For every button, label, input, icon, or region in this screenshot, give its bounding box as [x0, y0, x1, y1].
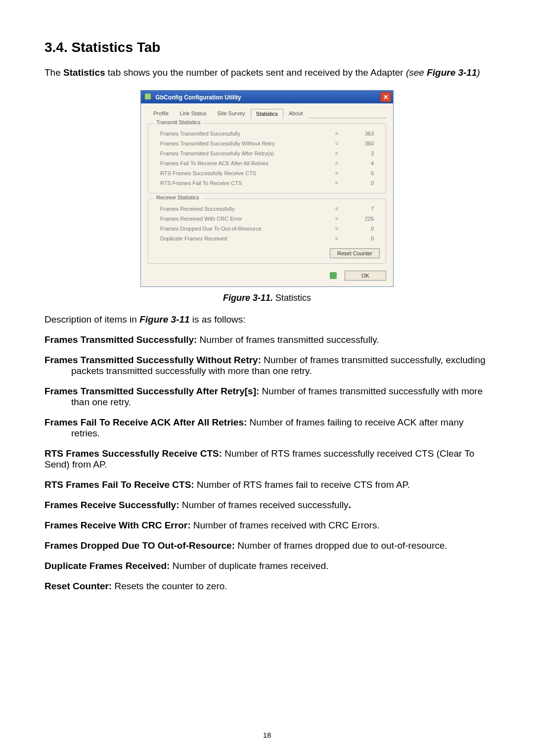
stat-row: Frames Transmitted Successfully Without … — [154, 139, 380, 148]
definition-item: Frames Receive With CRC Error: Number of… — [44, 520, 490, 531]
close-icon: ✕ — [383, 94, 389, 100]
tab-profile[interactable]: Profile — [148, 108, 174, 118]
ok-button[interactable]: OK — [345, 271, 386, 281]
stat-label: Frames Received Successfully — [155, 206, 329, 212]
stat-value: 0 — [344, 170, 379, 176]
stat-value: 226 — [344, 216, 379, 222]
titlebar-left: GbConfig Configuration Utility — [145, 94, 241, 101]
tab-about[interactable]: About — [283, 108, 309, 118]
intro-paragraph: The Statistics tab shows you the number … — [44, 67, 490, 78]
window-title: GbConfig Configuration Utility — [155, 94, 241, 101]
stat-value: 363 — [344, 131, 379, 137]
stat-eq: = — [329, 160, 344, 166]
stat-label: Frames Dropped Due To Out-of-Resource — [155, 226, 329, 232]
definition-term: Frames Receive With CRC Error: — [44, 520, 190, 530]
stat-row: Duplicate Frames Received = 0 — [154, 234, 380, 243]
stat-label: Frames Fail To Receive ACK After All Ret… — [155, 160, 329, 166]
definition-term: Frames Fail To Receive ACK After All Ret… — [44, 417, 247, 427]
stat-eq: = — [329, 216, 344, 222]
section-heading: 3.4. Statistics Tab — [44, 40, 490, 55]
stat-eq: = — [329, 170, 344, 176]
definition-body: Number of frames transmitted successfull… — [197, 334, 379, 345]
definition-body: Number of RTS frames fail to receive CTS… — [194, 479, 410, 490]
intro-mid: tab shows you the number of packets sent… — [105, 67, 406, 78]
intro-tail-close: ) — [477, 67, 480, 78]
definition-body: Number of frames received with CRC Error… — [190, 520, 379, 530]
stat-row: Frames Received Successfully = 7 — [154, 204, 380, 214]
stat-eq: = — [329, 206, 344, 212]
reset-counter-button[interactable]: Reset Counter — [330, 248, 380, 258]
stat-label: RTS Frames Fail To Receive CTS — [155, 180, 329, 186]
stat-row: Frames Transmitted Successfully After Re… — [154, 148, 380, 158]
definition-body: Number of duplicate frames received. — [170, 561, 328, 571]
titlebar: GbConfig Configuration Utility ✕ — [141, 91, 393, 103]
button-row: Reset Counter — [154, 248, 380, 258]
intro-tail-fig: Figure 3-11 — [427, 67, 477, 78]
app-icon — [145, 94, 151, 99]
stat-row: RTS Frames Successfully Receive CTS = 0 — [154, 168, 380, 178]
intro-pre: The — [44, 67, 63, 78]
stat-label: Duplicate Frames Received — [155, 236, 329, 241]
figure-number: Figure 3-11. — [223, 293, 273, 303]
definition-item: Duplicate Frames Received: Number of dup… — [44, 561, 490, 571]
stat-label: Frames Received With CRC Error — [155, 216, 329, 222]
tab-site-survey[interactable]: Site Survey — [212, 108, 251, 118]
definition-term: RTS Frames Successfully Receive CTS: — [44, 448, 222, 459]
stat-row: Frames Received With CRC Error = 226 — [154, 214, 380, 224]
config-dialog: GbConfig Configuration Utility ✕ Profile… — [140, 90, 394, 287]
connection-icon — [330, 272, 337, 279]
receive-group: Receive Statistics Frames Received Succe… — [148, 198, 386, 264]
stat-eq: = — [329, 131, 344, 137]
definition-body: Resets the counter to zero. — [112, 581, 227, 591]
definitions-list: Frames Transmitted Successfully: Number … — [44, 334, 490, 592]
definition-term: Duplicate Frames Received: — [44, 561, 170, 571]
tab-link-status[interactable]: Link Status — [174, 108, 212, 118]
desc-fig: Figure 3-11 — [139, 314, 189, 325]
definition-item: Reset Counter: Resets the counter to zer… — [44, 581, 490, 592]
stat-eq: = — [329, 180, 344, 186]
stat-eq: = — [329, 150, 344, 156]
stat-eq: = — [329, 141, 344, 146]
definition-term: Frames Receive Successfully: — [44, 500, 179, 510]
stat-row: Frames Transmitted Successfully = 363 — [154, 129, 380, 139]
definition-item: Frames Transmitted Successfully Without … — [44, 355, 490, 377]
definition-item: RTS Frames Fail To Receive CTS: Number o… — [44, 479, 490, 490]
definition-item: RTS Frames Successfully Receive CTS: Num… — [44, 448, 490, 470]
stat-row: Frames Fail To Receive ACK After All Ret… — [154, 158, 380, 168]
stat-eq: = — [329, 226, 344, 232]
stat-value: 0 — [344, 226, 379, 232]
stat-value: 4 — [344, 160, 379, 166]
figure-caption: Figure 3-11. Statistics — [44, 293, 490, 303]
stat-value: 3 — [344, 150, 379, 156]
tabs: Profile Link Status Site Survey Statisti… — [148, 108, 386, 118]
intro-tail-open: (see — [406, 67, 427, 78]
definition-term: Frames Dropped Due TO Out-of-Resource: — [44, 540, 235, 551]
definition-term: Reset Counter: — [44, 581, 112, 591]
definition-term: Frames Transmitted Successfully Without … — [44, 355, 261, 365]
definition-term: Frames Transmitted Successfully: — [44, 334, 197, 345]
stat-row: Frames Dropped Due To Out-of-Resource = … — [154, 224, 380, 234]
stat-value: 7 — [344, 206, 379, 212]
figure-text: Statistics — [273, 293, 311, 303]
definition-item: Frames Transmitted Successfully: Number … — [44, 334, 490, 345]
desc-post: is as follows: — [190, 314, 246, 325]
stat-label: Frames Transmitted Successfully — [155, 131, 329, 137]
stat-value: 360 — [344, 141, 379, 146]
definition-item: Frames Receive Successfully: Number of f… — [44, 500, 490, 511]
definition-item: Frames Dropped Due TO Out-of-Resource: N… — [44, 540, 490, 551]
close-button[interactable]: ✕ — [380, 92, 391, 102]
transmit-group: Transmit Statistics Frames Transmitted S… — [148, 123, 386, 193]
definition-item: Frames Fail To Receive ACK After All Ret… — [44, 417, 490, 439]
stat-eq: = — [329, 236, 344, 241]
tab-statistics[interactable]: Statistics — [251, 109, 283, 119]
definition-term: Frames Transmitted Successfully After Re… — [44, 386, 259, 396]
footer-row: OK — [148, 271, 386, 281]
stat-label: Frames Transmitted Successfully After Re… — [155, 150, 329, 156]
desc-pre: Description of items in — [44, 314, 139, 325]
definition-body: Number of frames dropped due to out-of-r… — [235, 540, 447, 551]
receive-legend: Receive Statistics — [153, 194, 202, 200]
page-number: 18 — [0, 731, 534, 739]
definition-bold-period: . — [349, 500, 351, 510]
stat-label: Frames Transmitted Successfully Without … — [155, 141, 329, 146]
definition-term: RTS Frames Fail To Receive CTS: — [44, 479, 194, 490]
